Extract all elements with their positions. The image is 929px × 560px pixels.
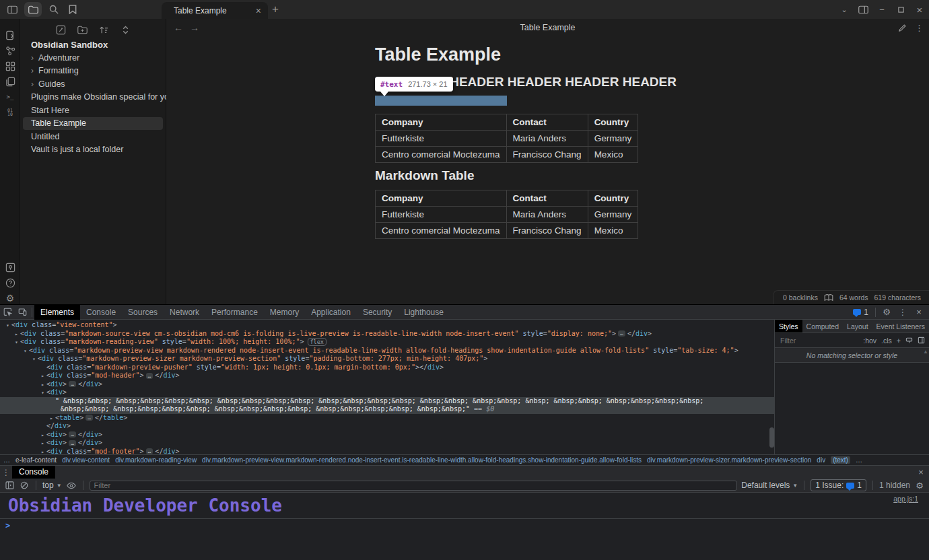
pseudo-state-button[interactable]: :hov (863, 337, 876, 345)
class-toggle-button[interactable]: .cls (881, 337, 892, 345)
device-toolbar-icon[interactable] (15, 305, 30, 320)
sort-icon[interactable] (98, 24, 110, 36)
canvas-icon[interactable] (4, 60, 16, 72)
edit-pencil-icon[interactable] (898, 24, 907, 32)
help-icon[interactable] (4, 277, 16, 289)
breadcrumb-item[interactable]: (text) (831, 456, 850, 464)
new-style-rule-icon[interactable]: + (897, 337, 901, 345)
tree-scrollbar[interactable] (769, 427, 774, 448)
expand-arrow-icon[interactable]: ▾ (13, 339, 20, 347)
flex-badge[interactable]: flex (308, 338, 326, 346)
devtools-settings-gear-icon[interactable]: ⚙ (879, 305, 894, 320)
dom-tree-line[interactable]: ▸<div class="mod-footer">…</div> (0, 448, 774, 455)
breadcrumb-item[interactable]: … (856, 456, 862, 464)
new-folder-icon[interactable] (77, 24, 88, 36)
settings-gear-icon[interactable]: ⚙ (4, 292, 16, 304)
console-prompt-row[interactable]: > (0, 519, 929, 532)
dom-tree-line[interactable]: ▸<div>…</div> (0, 380, 774, 389)
console-source-link[interactable]: app.js:1 (893, 495, 918, 503)
log-levels-selector[interactable]: Default levels▼ (741, 481, 798, 490)
breadcrumb-item[interactable]: div.view-content (62, 456, 110, 464)
file-item[interactable]: Untitled (23, 130, 163, 143)
devtools-tab-performance[interactable]: Performance (205, 305, 264, 320)
styles-filter-input[interactable] (779, 336, 858, 345)
dom-tree-line[interactable]: ▸<div class="mod-header">…</div> (0, 372, 774, 380)
folder-item[interactable]: ›Guides (23, 77, 163, 91)
console-sidebar-icon[interactable] (4, 480, 15, 491)
expand-arrow-icon[interactable]: ▾ (39, 389, 46, 398)
breadcrumb-item[interactable]: div.markdown-reading-view (115, 456, 197, 464)
dom-tree-line[interactable]: ▾<div class="view-content"> (0, 321, 774, 330)
vault-title[interactable]: Obsidian Sandbox (31, 40, 108, 50)
minimize-icon[interactable]: − (872, 5, 891, 15)
dom-tree-line[interactable]: ▸<div>…</div> (0, 439, 774, 448)
drawer-tab-console[interactable]: Console (12, 466, 55, 479)
console-filter-input[interactable] (90, 481, 738, 491)
word-count[interactable]: 64 words (839, 293, 868, 302)
expand-ellipsis-button[interactable]: … (146, 448, 153, 454)
file-item[interactable]: Plugins make Obsidian special for you (23, 91, 163, 104)
clear-console-icon[interactable] (19, 480, 30, 491)
tab-close-icon[interactable]: × (256, 6, 261, 15)
panel-left-icon[interactable] (5, 3, 19, 15)
issues-chip[interactable]: 1 Issue: 1 (811, 479, 866, 491)
panel-right-icon[interactable] (854, 5, 872, 14)
folder-tab-active[interactable] (24, 2, 42, 17)
graph-icon[interactable] (4, 44, 16, 57)
file-item[interactable]: Vault is just a local folder (23, 143, 163, 157)
dom-tree-line[interactable]: ▸<table>…</table> (0, 414, 774, 423)
dom-tree-line[interactable]: ▾<div class="markdown-preview-view markd… (0, 347, 774, 355)
console-settings-gear-icon[interactable]: ⚙ (914, 480, 925, 491)
devtools-tab-security[interactable]: Security (357, 305, 398, 320)
expand-arrow-icon[interactable]: ▾ (22, 347, 29, 356)
inspect-cursor-icon[interactable] (0, 305, 15, 320)
file-item[interactable]: Start Here (23, 104, 163, 117)
bookmark-icon[interactable] (66, 3, 79, 15)
binary-icon[interactable]: 0110 (4, 106, 16, 118)
new-tab-icon[interactable]: + (272, 3, 279, 16)
dom-tree-line[interactable]: ▸<div class="markdown-source-view cm-s-o… (0, 330, 774, 339)
computed-panel-icon[interactable] (918, 337, 925, 344)
expand-ellipsis-button[interactable]: … (146, 373, 153, 379)
tab-list-chevron-icon[interactable]: ⌄ (835, 5, 854, 14)
dom-tree-selected-node[interactable]: " &nbsp;&nbsp; &nbsp;&nbsp;&nbsp;&nbsp; … (0, 397, 774, 406)
expand-arrow-icon[interactable]: ▸ (39, 440, 46, 448)
color-format-icon[interactable] (905, 337, 913, 344)
breadcrumb-item[interactable]: div (817, 456, 825, 464)
forward-icon[interactable]: → (186, 22, 203, 33)
new-note-icon[interactable] (55, 24, 67, 36)
styles-tab-styles[interactable]: Styles (775, 320, 802, 333)
styles-tab-event-listeners[interactable]: Event Listeners (872, 320, 929, 333)
dom-tree-line[interactable]: ▾<div class="markdown-preview-sizer mark… (0, 355, 774, 363)
dom-tree-line[interactable]: ▾<div class="markdown-reading-view" styl… (0, 338, 774, 347)
styles-scrollbar-arrow[interactable]: ▲ (923, 349, 928, 355)
command-palette-icon[interactable]: >_ (4, 91, 16, 103)
breadcrumb-item[interactable]: div.markdown-preview-sizer.markdown-prev… (647, 456, 811, 464)
devtools-tab-console[interactable]: Console (80, 305, 122, 320)
backlinks-count[interactable]: 0 backlinks (783, 293, 818, 302)
reading-mode-book-icon[interactable] (824, 293, 833, 302)
dom-tree-line[interactable]: </div> (0, 422, 774, 431)
dom-tree-line[interactable]: ▸<div>…</div> (0, 431, 774, 440)
file-item[interactable]: Table Example (23, 117, 163, 131)
expand-ellipsis-button[interactable]: … (69, 381, 76, 387)
expand-arrow-icon[interactable]: ▾ (30, 355, 38, 364)
issues-indicator[interactable]: 1 (850, 308, 872, 317)
drawer-kebab-icon[interactable]: ⋮ (0, 468, 12, 477)
search-icon[interactable] (47, 3, 61, 15)
tab-table-example[interactable]: Table Example × (162, 2, 268, 19)
live-expression-eye-icon[interactable] (66, 480, 77, 491)
devtools-tab-elements[interactable]: Elements (34, 305, 80, 320)
styles-tab-computed[interactable]: Computed (802, 320, 843, 333)
back-icon[interactable]: ← (170, 22, 186, 33)
context-selector[interactable]: top▼ (42, 481, 62, 490)
folder-item[interactable]: ›Adventurer (23, 51, 163, 65)
styles-tab-layout[interactable]: Layout (843, 320, 872, 333)
collapse-all-icon[interactable] (120, 24, 131, 36)
expand-arrow-icon[interactable]: ▾ (4, 322, 11, 330)
expand-ellipsis-button[interactable]: … (69, 431, 76, 438)
dom-tree-selected-node[interactable]: &nbsp;&nbsp; &nbsp;&nbsp;&nbsp;&nbsp; &n… (0, 405, 774, 414)
breadcrumb-item[interactable]: div.markdown-preview-view.markdown-rende… (202, 456, 642, 464)
character-count[interactable]: 619 characters (874, 293, 921, 302)
templates-icon[interactable] (4, 75, 16, 88)
